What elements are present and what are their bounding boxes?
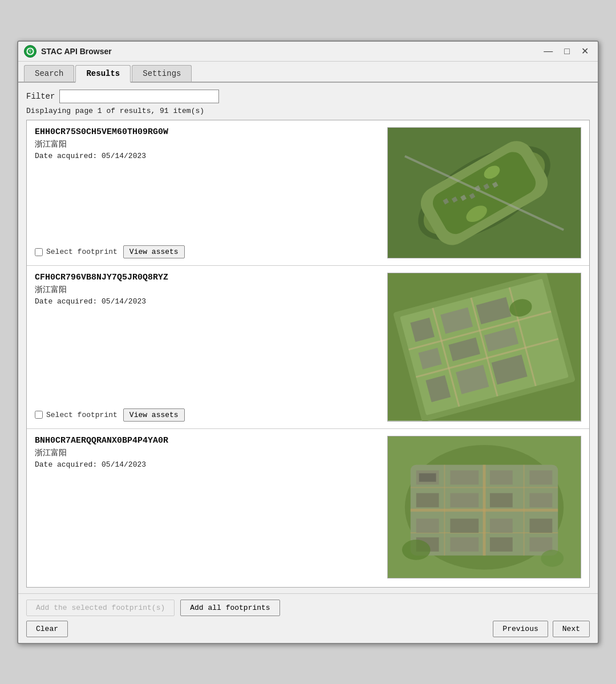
result-thumbnail: [387, 127, 581, 259]
close-button[interactable]: ✕: [578, 46, 592, 57]
checkbox-wrapper: Select footprint: [35, 248, 117, 256]
result-date: Date acquired: 05/14/2023: [35, 152, 380, 160]
result-date: Date acquired: 05/14/2023: [35, 297, 380, 306]
svg-rect-52: [450, 493, 479, 507]
select-footprint-checkbox[interactable]: [35, 411, 43, 419]
svg-rect-58: [530, 519, 553, 533]
svg-point-64: [541, 549, 564, 566]
tab-search[interactable]: Search: [24, 65, 74, 82]
thumbnail-image: [388, 436, 581, 578]
svg-text:Q: Q: [29, 50, 31, 52]
tab-settings[interactable]: Settings: [132, 65, 192, 82]
checkbox-wrapper: Select footprint: [35, 411, 117, 419]
svg-rect-61: [490, 537, 513, 552]
svg-rect-62: [530, 537, 553, 552]
svg-rect-49: [490, 470, 513, 484]
add-selected-footprints-button[interactable]: Add the selected footprint(s): [26, 600, 175, 616]
result-info: BNH0CR7AERQQRANX0BP4P4YA0R 浙江富阳 Date acq…: [35, 436, 380, 579]
minimize-button[interactable]: —: [540, 46, 556, 57]
filter-row: Filter: [26, 90, 590, 103]
action-buttons-row: Add the selected footprint(s) Add all fo…: [26, 600, 590, 616]
result-date: Date acquired: 05/14/2023: [35, 460, 380, 469]
svg-rect-51: [416, 493, 439, 507]
clear-button[interactable]: Clear: [26, 621, 68, 637]
result-location: 浙江富阳: [35, 285, 380, 295]
nav-row: Clear Previous Next: [26, 621, 590, 637]
date-label: Date acquired:: [35, 297, 97, 306]
previous-button[interactable]: Previous: [493, 621, 548, 637]
date-value: 05/14/2023: [102, 152, 146, 160]
bottom-bar: Add the selected footprint(s) Add all fo…: [18, 593, 598, 643]
svg-point-63: [402, 540, 431, 560]
svg-rect-57: [490, 519, 513, 533]
result-item: BNH0CR7AERQQRANX0BP4P4YA0R 浙江富阳 Date acq…: [27, 429, 589, 586]
select-footprint-label: Select footprint: [46, 411, 117, 419]
svg-rect-56: [450, 519, 479, 533]
tab-bar: Search Results Settings: [18, 62, 598, 83]
view-assets-button[interactable]: View assets: [123, 245, 185, 258]
result-id: CFH0CR796VB8NJY7Q5JR0Q8RYZ: [35, 273, 380, 282]
svg-rect-50: [530, 470, 553, 484]
results-info: Displaying page 1 of results, 91 item(s): [26, 107, 590, 115]
result-item: EHH0CR75S0CH5VEM60TH09RG0W 浙江富阳 Date acq…: [27, 120, 589, 266]
result-actions: Select footprint View assets: [35, 408, 380, 422]
pagination-buttons: Previous Next: [493, 621, 590, 637]
tab-results[interactable]: Results: [75, 65, 131, 83]
view-assets-button[interactable]: View assets: [123, 408, 185, 422]
thumbnail-image: [388, 273, 581, 420]
select-footprint-label: Select footprint: [46, 248, 117, 256]
date-label: Date acquired:: [35, 460, 97, 469]
app-icon: Q: [24, 45, 37, 58]
result-info: CFH0CR796VB8NJY7Q5JR0Q8RYZ 浙江富阳 Date acq…: [35, 273, 380, 421]
result-thumbnail: [387, 273, 581, 421]
date-value: 05/14/2023: [102, 460, 146, 469]
result-info: EHH0CR75S0CH5VEM60TH09RG0W 浙江富阳 Date acq…: [35, 127, 380, 259]
result-id: BNH0CR7AERQQRANX0BP4P4YA0R: [35, 436, 380, 446]
maximize-button[interactable]: □: [561, 46, 573, 57]
svg-rect-48: [450, 470, 479, 484]
svg-rect-53: [490, 493, 513, 507]
result-actions: Select footprint View assets: [35, 245, 380, 258]
window-controls: — □ ✕: [540, 46, 592, 57]
result-item: CFH0CR796VB8NJY7Q5JR0Q8RYZ 浙江富阳 Date acq…: [27, 266, 589, 428]
filter-label: Filter: [26, 92, 55, 101]
content-area: Filter Displaying page 1 of results, 91 …: [18, 83, 598, 593]
next-button[interactable]: Next: [553, 621, 590, 637]
select-footprint-checkbox[interactable]: [35, 248, 43, 256]
thumbnail-image: [388, 128, 581, 258]
result-id: EHH0CR75S0CH5VEM60TH09RG0W: [35, 127, 380, 137]
svg-rect-55: [416, 519, 439, 533]
svg-rect-60: [450, 537, 479, 552]
result-thumbnail: [387, 436, 581, 579]
add-all-footprints-button[interactable]: Add all footprints: [180, 600, 279, 616]
svg-rect-54: [530, 493, 553, 507]
result-location: 浙江富阳: [35, 448, 380, 458]
result-location: 浙江富阳: [35, 139, 380, 149]
main-window: Q STAC API Browser — □ ✕ Search Results …: [17, 41, 599, 644]
filter-input[interactable]: [59, 90, 219, 103]
date-label: Date acquired:: [35, 152, 97, 160]
title-bar: Q STAC API Browser — □ ✕: [18, 42, 598, 62]
results-list: EHH0CR75S0CH5VEM60TH09RG0W 浙江富阳 Date acq…: [26, 120, 590, 588]
date-value: 05/14/2023: [102, 297, 146, 306]
window-title: STAC API Browser: [41, 47, 536, 56]
svg-rect-47: [419, 473, 436, 481]
